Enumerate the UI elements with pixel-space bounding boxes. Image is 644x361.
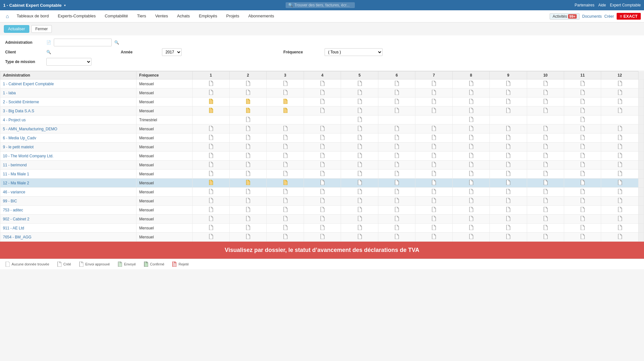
month-11-cell[interactable] [564,116,601,125]
nav-achats[interactable]: Achats [173,11,194,22]
month-2-cell[interactable] [229,197,266,206]
month-2-cell[interactable] [229,161,266,170]
company-title[interactable]: 1 - Cabinet Expert Comptable [3,3,62,8]
month-10-cell[interactable] [527,106,564,116]
month-6-cell[interactable] [378,233,415,242]
partenaires-link[interactable]: Partenaires [575,3,594,7]
month-7-cell[interactable] [415,206,452,215]
month-11-cell[interactable] [564,79,601,88]
month-10-cell[interactable] [527,134,564,143]
month-3-cell[interactable] [267,134,304,143]
month-12-cell[interactable] [601,125,639,134]
home-icon[interactable]: ⌂ [3,12,12,21]
month-10-cell[interactable] [527,97,564,106]
nav-experts[interactable]: Experts-Comptables [54,11,99,22]
month-7-cell[interactable] [415,88,452,97]
client-link[interactable]: 7654 - BM_AGG [3,235,32,239]
client-link[interactable]: 10 - The World Company Ltd. [3,154,53,158]
month-11-cell[interactable] [564,125,601,134]
month-10-cell[interactable] [527,206,564,215]
nav-comptabilite[interactable]: Comptabilité [101,11,132,22]
month-1-cell[interactable] [192,215,229,224]
client-link[interactable]: 3 - Big Data S.A.S [3,109,34,113]
month-1-cell[interactable] [192,143,229,152]
month-12-cell[interactable] [601,116,639,125]
month-6-cell[interactable] [378,206,415,215]
month-9-cell[interactable] [490,143,527,152]
month-5-cell[interactable] [341,97,378,106]
month-6-cell[interactable] [378,116,415,125]
month-2-cell[interactable] [229,188,266,197]
month-4-cell[interactable] [304,170,341,179]
month-2-cell[interactable] [229,179,266,188]
month-1-cell[interactable] [192,197,229,206]
month-9-cell[interactable] [490,152,527,161]
client-link[interactable]: 2 - Société Eninterne [3,100,39,104]
month-1-cell[interactable] [192,88,229,97]
month-11-cell[interactable] [564,88,601,97]
expert-comptable-link[interactable]: Expert Comptable [610,3,641,7]
month-4-cell[interactable] [304,134,341,143]
client-search-icon[interactable]: 🔍 [46,50,51,54]
month-2-cell[interactable] [229,215,266,224]
month-1-cell[interactable] [192,188,229,197]
month-9-cell[interactable] [490,161,527,170]
month-2-cell[interactable] [229,88,266,97]
nav-tableaux[interactable]: Tableaux de bord [13,11,53,22]
month-9-cell[interactable] [490,206,527,215]
month-9-cell[interactable] [490,179,527,188]
month-5-cell[interactable] [341,125,378,134]
month-6-cell[interactable] [378,106,415,116]
month-8-cell[interactable] [452,125,489,134]
month-6-cell[interactable] [378,215,415,224]
month-12-cell[interactable] [601,79,639,88]
month-6-cell[interactable] [378,188,415,197]
month-7-cell[interactable] [415,143,452,152]
administration-input[interactable] [54,39,112,46]
month-5-cell[interactable] [341,116,378,125]
month-4-cell[interactable] [304,161,341,170]
administration-search-icon[interactable]: 🔍 [114,40,119,45]
month-11-cell[interactable] [564,170,601,179]
month-11-cell[interactable] [564,134,601,143]
month-7-cell[interactable] [415,215,452,224]
month-11-cell[interactable] [564,233,601,242]
client-link[interactable]: 5 - AMN_Manufacturing_DEMO [3,127,57,131]
month-12-cell[interactable] [601,179,639,188]
month-4-cell[interactable] [304,97,341,106]
month-8-cell[interactable] [452,97,489,106]
month-6-cell[interactable] [378,224,415,233]
month-2-cell[interactable] [229,143,266,152]
month-6-cell[interactable] [378,170,415,179]
documents-link[interactable]: Documents [582,14,602,19]
month-12-cell[interactable] [601,134,639,143]
month-7-cell[interactable] [415,197,452,206]
month-12-cell[interactable] [601,106,639,116]
month-1-cell[interactable] [192,206,229,215]
month-8-cell[interactable] [452,197,489,206]
month-9-cell[interactable] [490,97,527,106]
month-3-cell[interactable] [267,197,304,206]
month-9-cell[interactable] [490,79,527,88]
client-link[interactable]: 4 - Project us [3,118,26,122]
type-mission-select[interactable] [46,58,91,66]
month-2-cell[interactable] [229,106,266,116]
creer-button[interactable]: Créer [604,14,614,19]
month-7-cell[interactable] [415,161,452,170]
month-6-cell[interactable] [378,125,415,134]
month-7-cell[interactable] [415,152,452,161]
month-12-cell[interactable] [601,188,639,197]
month-3-cell[interactable] [267,88,304,97]
month-9-cell[interactable] [490,188,527,197]
month-4-cell[interactable] [304,116,341,125]
month-7-cell[interactable] [415,188,452,197]
client-link[interactable]: 6 - Media Up_Cadv [3,136,36,140]
month-4-cell[interactable] [304,188,341,197]
month-3-cell[interactable] [267,206,304,215]
month-9-cell[interactable] [490,224,527,233]
month-12-cell[interactable] [601,224,639,233]
month-10-cell[interactable] [527,152,564,161]
month-11-cell[interactable] [564,97,601,106]
month-6-cell[interactable] [378,179,415,188]
month-3-cell[interactable] [267,106,304,116]
